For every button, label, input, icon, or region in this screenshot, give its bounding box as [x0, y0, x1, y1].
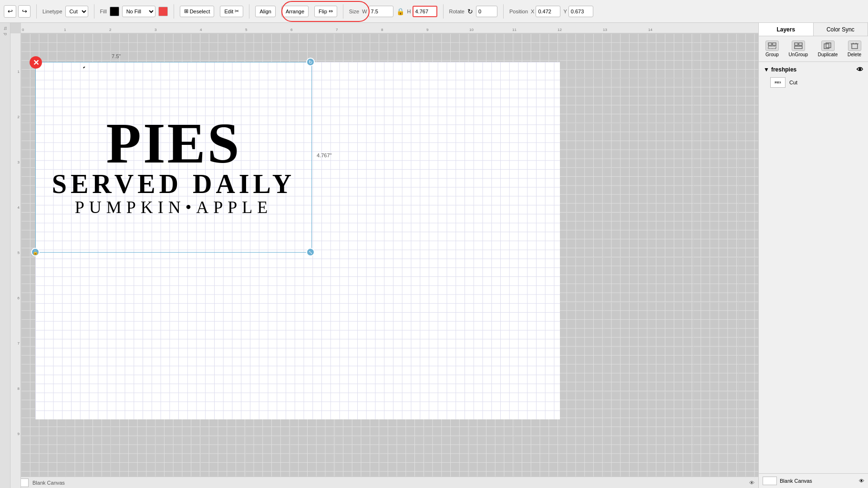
layer-item-cut[interactable]: PIES Cut — [761, 75, 866, 90]
svg-rect-5 — [799, 43, 802, 45]
fresh-baked-text: FRESH BAKED — [66, 67, 281, 73]
y-label: Y — [563, 9, 567, 14]
undo-button[interactable]: ↩ — [4, 5, 16, 18]
linetype-label: Linetype — [42, 9, 62, 14]
sidebar-item-2[interactable]: d — [3, 33, 8, 35]
ruler-mark-2: 2 — [109, 28, 111, 32]
position-label: Position — [509, 9, 528, 14]
fill-select[interactable]: No Fill — [122, 6, 155, 17]
duplicate-icon — [821, 41, 835, 51]
left-sidebar: ts d — [0, 23, 10, 488]
chevron-down-icon: ▼ — [764, 66, 769, 73]
delete-button[interactable]: Delete — [845, 39, 864, 59]
svg-rect-9 — [852, 44, 858, 49]
rotate-group: Rotate ↻ — [449, 6, 497, 17]
arrange-button[interactable]: Arrange — [281, 6, 309, 17]
position-group: Position X Y — [509, 6, 593, 17]
linetype-select[interactable]: Cut — [65, 6, 88, 17]
size-label: Size — [349, 9, 359, 14]
panel-actions: Group UnGroup Duplicate Delete — [759, 36, 868, 62]
separator-1 — [36, 4, 37, 19]
lock-handle[interactable]: 🔒 — [31, 248, 40, 256]
ruler-mark-12: 12 — [558, 28, 562, 32]
tab-layers[interactable]: Layers — [759, 23, 814, 36]
tab-color-sync[interactable]: Color Sync — [814, 23, 868, 36]
ruler-mark-14: 14 — [648, 28, 652, 32]
fill-swatch[interactable] — [110, 7, 119, 16]
ruler-mark-6: 6 — [290, 28, 292, 32]
layer-group-name: freshpies — [771, 66, 796, 73]
width-dim-label: 7.5" — [112, 53, 121, 59]
separator-7 — [503, 4, 504, 19]
canvas-name-label: Blank Canvas — [32, 480, 65, 486]
layer-group-header[interactable]: ▼ freshpies 👁 — [761, 64, 866, 75]
main-area: ts d 0 1 2 3 4 5 6 7 8 9 10 11 12 13 14 — [0, 23, 868, 488]
group-button[interactable]: Group — [763, 39, 782, 59]
fill-group: Fill No Fill — [100, 6, 168, 17]
scale-handle[interactable]: ⤡ — [306, 248, 315, 256]
rotate-handle[interactable]: ↻ — [306, 58, 315, 66]
ruler-vmark-4: 4 — [18, 205, 20, 210]
layer-item-name: Cut — [789, 80, 862, 85]
deselect-button[interactable]: ⊞ Deselect — [180, 6, 215, 17]
sidebar-item-1[interactable]: ts — [3, 27, 8, 30]
width-label: W — [362, 9, 367, 14]
height-label: H — [407, 9, 411, 14]
group-icon — [765, 41, 779, 51]
height-input[interactable] — [413, 6, 437, 17]
width-field: W — [362, 6, 393, 17]
ruler-mark-3: 3 — [155, 28, 156, 32]
y-field: Y — [563, 6, 593, 17]
height-field: H — [407, 6, 437, 17]
size-group: Size W 🔒 H — [349, 6, 437, 17]
linetype-group: Linetype Cut — [42, 6, 88, 17]
layer-thumbnail: PIES — [770, 77, 785, 88]
eye-icon-layer[interactable]: 👁 — [857, 66, 863, 73]
x-input[interactable] — [536, 6, 560, 17]
redo-button[interactable]: ↪ — [18, 5, 31, 18]
y-input[interactable] — [568, 6, 593, 17]
fill-color-swatch[interactable] — [158, 7, 168, 16]
canvas-container: 0 1 2 3 4 5 6 7 8 9 10 11 12 13 14 1 2 3 — [10, 23, 758, 488]
width-input[interactable] — [369, 6, 393, 17]
ruler-top: 0 1 2 3 4 5 6 7 8 9 10 11 12 13 14 — [21, 23, 758, 33]
served-daily-text: SERVED DAILY — [38, 171, 310, 197]
ungroup-button[interactable]: UnGroup — [786, 39, 811, 59]
ruler-mark-8: 8 — [381, 28, 383, 32]
edit-button[interactable]: Edit ✂ — [220, 6, 243, 17]
panel-eye-icon[interactable]: 👁 — [859, 478, 864, 484]
deselect-icon: ⊞ — [184, 8, 188, 14]
separator-4 — [249, 4, 249, 19]
pies-text: PIES — [38, 116, 310, 171]
ungroup-icon — [792, 41, 805, 51]
x-label: X — [531, 9, 534, 14]
align-button[interactable]: Align — [255, 6, 275, 17]
eye-icon-bottom[interactable]: 👁 — [749, 480, 754, 486]
ruler-vmark-3: 3 — [18, 160, 20, 164]
ruler-mark-5: 5 — [245, 28, 247, 32]
separator-3 — [174, 4, 174, 19]
panel-canvas-label: Blank Canvas — [780, 478, 812, 484]
design-canvas[interactable]: ✕ ↻ 🔒 ⤡ FRESH BAKED — [21, 33, 758, 477]
edit-icon: ✂ — [235, 8, 239, 14]
svg-text:FRESH BAKED: FRESH BAKED — [66, 67, 281, 73]
panel-bottom: Blank Canvas 👁 — [759, 473, 868, 488]
bottom-bar: Blank Canvas 👁 — [10, 477, 758, 488]
right-panel: Layers Color Sync Group UnGroup — [758, 23, 868, 488]
lock-aspect-icon: 🔒 — [396, 8, 404, 15]
design-content[interactable]: ✕ ↻ 🔒 ⤡ FRESH BAKED — [35, 62, 312, 253]
svg-rect-6 — [795, 46, 802, 49]
duplicate-button[interactable]: Duplicate — [815, 39, 841, 59]
rotate-input[interactable] — [476, 6, 497, 17]
ruler-vmark-2: 2 — [18, 115, 20, 119]
toolbar: ↩ ↪ Linetype Cut Fill No Fill ⊞ Deselect… — [0, 0, 868, 23]
delete-icon — [848, 41, 861, 51]
ruler-mark-10: 10 — [469, 28, 474, 32]
text-design: FRESH BAKED PIES SERVED DAILY PUMPKIN•AP… — [38, 67, 310, 218]
layer-group-freshpies: ▼ freshpies 👁 PIES Cut — [761, 64, 866, 90]
flip-button[interactable]: Flip ⇔ — [314, 6, 337, 17]
close-button[interactable]: ✕ — [30, 56, 42, 69]
panel-tabs: Layers Color Sync — [759, 23, 868, 36]
ruler-vmark-6: 6 — [18, 296, 20, 300]
fill-label: Fill — [100, 9, 107, 14]
